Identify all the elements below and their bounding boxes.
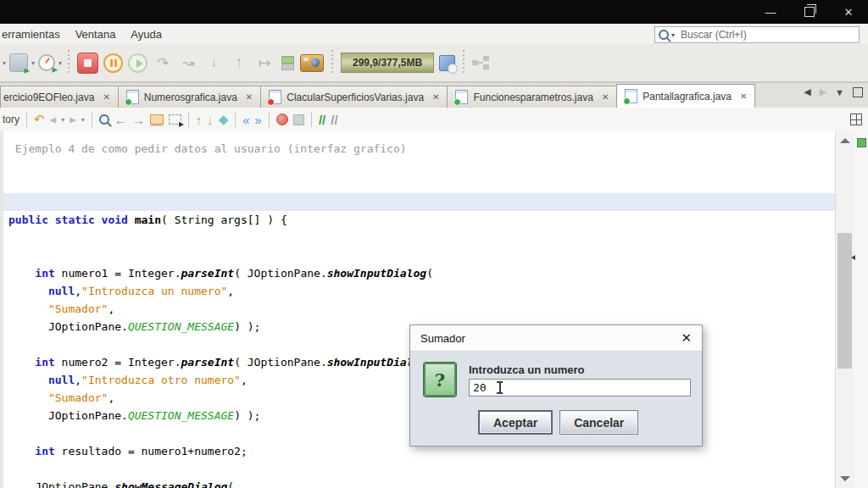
aceptar-button[interactable]: Aceptar [478, 410, 553, 435]
tab-ercicio9EOFleo.java[interactable]: ercicio9EOFleo.java✕ [0, 86, 119, 108]
next-bookmark-button[interactable]: ↓ [207, 113, 214, 127]
menu-item-erramientas[interactable]: erramientas [2, 28, 60, 41]
code-line [8, 229, 835, 247]
next-occurrence-button[interactable]: → [132, 113, 145, 127]
tab-Pantallagrafica.java[interactable]: Pantallagrafica.java✕ [616, 84, 755, 108]
step-over-expression-button[interactable]: ↝ [178, 54, 198, 72]
tab-Numerosgrafica.java[interactable]: Numerosgrafica.java✕ [118, 86, 261, 108]
apply-code-changes-button[interactable] [280, 55, 295, 70]
tab-close-icon[interactable]: ✕ [432, 92, 439, 102]
code-line [8, 460, 835, 478]
debug-dropdown-caret[interactable]: ▾ [31, 59, 35, 67]
sumador-dialog: Sumador ✕ ? Introduzca un numero 20 Acep… [409, 324, 703, 446]
tab-list-caret-icon[interactable]: ▼ [835, 87, 844, 97]
search-icon [659, 30, 669, 40]
tab-close-icon[interactable]: ✕ [740, 92, 747, 101]
java-file-icon [625, 89, 637, 103]
tab-close-icon[interactable]: ✕ [602, 92, 609, 102]
shift-right-button[interactable]: » [255, 113, 262, 127]
comment-button[interactable]: // [319, 113, 326, 127]
java-file-icon [455, 90, 468, 104]
step-over-button[interactable]: ↷ [153, 54, 173, 72]
minimize-icon[interactable]: — [751, 0, 790, 24]
previous-occurrence-button[interactable]: ← [114, 113, 127, 127]
editor-toolbar: tory↶◂▾▸▾←→↑↓◆«»//// [0, 108, 868, 132]
menu-item-ayuda[interactable]: Ayuda [131, 28, 162, 41]
menu-item-ventana[interactable]: Ventana [75, 28, 116, 41]
pause-button[interactable] [103, 53, 123, 73]
text-cursor-icon [497, 381, 504, 394]
step-into-button[interactable]: ↓ [203, 54, 224, 71]
code-line [8, 158, 835, 175]
forward-dropdown-caret[interactable]: ▾ [81, 116, 85, 124]
separator [330, 50, 335, 75]
separator [461, 50, 466, 75]
maximize-editor-icon[interactable] [853, 87, 863, 97]
tab-label: Funcionesparametros.java [473, 92, 593, 103]
number-input[interactable]: 20 [469, 379, 691, 396]
editor-scrollbar[interactable] [835, 131, 854, 488]
dialog-titlebar[interactable]: Sumador ✕ [410, 325, 702, 352]
scroll-tabs-right-icon[interactable]: ▶ [820, 86, 826, 97]
question-icon: ? [424, 363, 456, 396]
dialog-close-icon[interactable]: ✕ [681, 330, 692, 346]
continue-button[interactable] [128, 53, 147, 73]
scrollbar-thumb[interactable] [837, 233, 852, 369]
profile-dropdown-caret[interactable]: ▾ [58, 59, 62, 67]
step-out-button[interactable]: ↑ [229, 54, 249, 71]
restore-icon[interactable] [790, 0, 829, 24]
memory-bar[interactable]: 299,9/377,5MB [341, 53, 434, 73]
scroll-up-icon[interactable] [840, 138, 850, 143]
profile-project-icon[interactable] [38, 54, 55, 71]
code-line [8, 247, 835, 264]
run-to-cursor-button[interactable]: ↦ [254, 54, 275, 72]
cancelar-button[interactable]: Cancelar [559, 410, 638, 435]
code-line: "Sumador", [8, 300, 835, 318]
last-edit-button[interactable]: ↶ [34, 112, 45, 127]
netbeans-window: — ✕ erramientasVentanaAyuda ▾ ▾▾▾↷↝↓↑↦29… [0, 0, 868, 488]
tab-label: Numerosgrafica.java [144, 92, 237, 103]
code-line [8, 175, 835, 193]
back-button[interactable]: ◂ [50, 112, 57, 127]
rectangular-selection-button[interactable] [169, 114, 181, 125]
os-titlebar: — ✕ [0, 0, 868, 24]
separator [311, 112, 312, 127]
quick-search-box[interactable]: ▾ [654, 26, 860, 43]
toggle-highlight-button[interactable] [150, 114, 164, 125]
no-errors-badge[interactable] [857, 138, 866, 147]
debug-project-icon[interactable] [9, 53, 28, 72]
separator [26, 112, 27, 127]
code-line: null,"Introduzca un numero", [8, 282, 835, 300]
previous-bookmark-button[interactable]: ↑ [196, 113, 203, 127]
garbage-collect-icon[interactable] [439, 55, 455, 71]
split-window-icon[interactable] [850, 114, 862, 125]
start-macro-recording-button[interactable] [276, 114, 288, 125]
tab-close-icon[interactable]: ✕ [103, 92, 109, 102]
search-input[interactable] [679, 28, 855, 42]
shift-left-button[interactable]: « [242, 113, 249, 127]
scroll-tabs-left-icon[interactable]: ◀ [804, 86, 810, 97]
separator [66, 50, 71, 75]
search-scope-caret-icon[interactable]: ▾ [671, 31, 675, 39]
scroll-down-icon[interactable] [840, 476, 850, 481]
tab-ClacularSuperficiosVarias.java[interactable]: ClacularSuperficiosVarias.java✕ [260, 86, 448, 108]
toggle-bookmark-button[interactable]: ◆ [219, 112, 229, 127]
code-line: int numero1 = Integer.parseInt( JOptionP… [8, 264, 835, 282]
debugger-view-icon[interactable] [472, 56, 491, 69]
forward-button[interactable]: ▸ [70, 112, 76, 127]
uncomment-button[interactable]: // [331, 113, 337, 127]
overflow-caret[interactable]: ▾ [3, 59, 6, 67]
gui-snapshot-button[interactable] [300, 54, 324, 72]
finish-debugger-button[interactable] [77, 53, 98, 74]
tab-Funcionesparametros.java[interactable]: Funcionesparametros.java✕ [447, 86, 617, 108]
number-input-value: 20 [473, 381, 487, 394]
caret-position-mark[interactable] [851, 255, 855, 260]
tab-label: Pantallagrafica.java [643, 91, 732, 103]
code-line [3, 193, 835, 211]
find-selection-button[interactable] [99, 114, 109, 125]
tab-close-icon[interactable]: ✕ [246, 92, 253, 102]
back-dropdown-caret[interactable]: ▾ [61, 116, 64, 124]
stop-macro-recording-button[interactable] [293, 114, 304, 125]
dialog-title: Sumador [420, 332, 681, 345]
close-icon[interactable]: ✕ [829, 0, 868, 24]
